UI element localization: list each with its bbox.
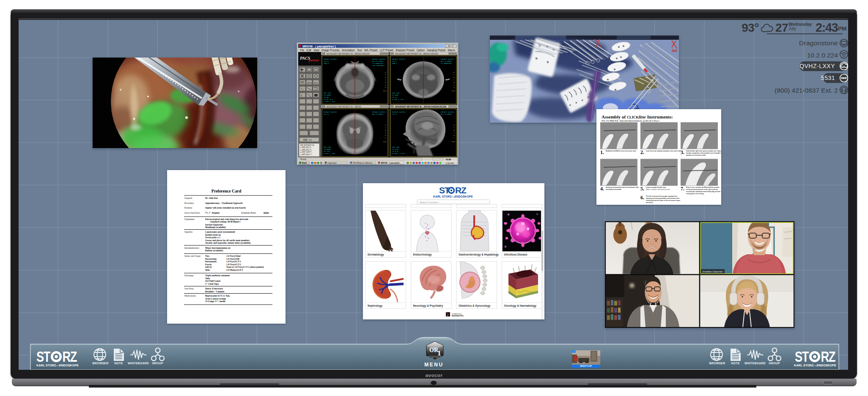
svg-text:Obstetrics & Gynecology: Obstetrics & Gynecology: [459, 304, 491, 308]
svg-text:St WOODSIDT: St WOODSIDT: [372, 63, 384, 64]
svg-text:magicJack: magicJack: [327, 162, 337, 164]
svg-text:Position:: Position:: [184, 206, 192, 209]
svg-text:1: 1: [437, 349, 441, 357]
svg-text:parallel to instrument shaft.: parallel to instrument shaft.: [686, 154, 706, 156]
svg-text:Start: Start: [302, 162, 307, 164]
svg-text:File Edit View Image Pro: File Edit View Image Process Annotation …: [300, 49, 456, 52]
svg-text:TE 14: TE 14: [392, 96, 398, 98]
svg-text:PACSPartner vRad do...: PACSPartner vRad do...: [353, 162, 374, 164]
svg-text:2-0 Vicryl Reel: 2-0 Vicryl Reel: [226, 255, 241, 257]
svg-text:opening and closing handle sev: opening and closing handle several times…: [646, 198, 679, 199]
svg-text:MR/Anl Marker!: MR/Anl Marker!: [324, 58, 338, 60]
svg-text:Betadine – 5 minute: Betadine – 5 minute: [205, 290, 225, 293]
svg-text:6.: 6.: [640, 195, 644, 201]
svg-text:Telfa: Telfa: [205, 277, 210, 280]
svg-text:NUM: NUM: [446, 158, 451, 161]
svg-text:Img 5: Img 5: [324, 63, 329, 64]
svg-text:Peritoneum:: Peritoneum:: [205, 260, 217, 263]
svg-text:5cm: 5cm: [383, 141, 387, 143]
svg-text:Oncology & Haematology: Oncology & Haematology: [504, 304, 537, 308]
svg-text:W 445 L 225: W 445 L 225: [392, 99, 404, 100]
svg-text:Right: Right: [264, 212, 269, 214]
svg-text:_ □ ×: _ □ ×: [445, 45, 452, 47]
svg-text:Medications:: Medications:: [184, 294, 196, 297]
svg-text:Bupivacaine 0.5% w/ Epi,: Bupivacaine 0.5% w/ Epi,: [205, 294, 230, 297]
svg-text:MR/Anl Marker!: MR/Anl Marker!: [392, 111, 407, 113]
svg-text:Suture and Usage:: Suture and Usage:: [184, 255, 201, 257]
svg-text:Start Prep:: Start Prep:: [184, 287, 194, 290]
svg-text:FoV 230: FoV 230: [324, 92, 331, 94]
svg-text:BIODIGITAL: BIODIGITAL: [452, 314, 464, 317]
svg-text:Headlamp (available): Headlamp (available): [205, 226, 226, 229]
svg-text:5.: 5.: [640, 186, 644, 192]
svg-text:Gastroenterology & Hepatology: Gastroenterology & Hepatology: [459, 253, 499, 256]
svg-text:KARL STORZ: KARL STORZ: [431, 357, 439, 359]
svg-text:rinsing port's luer fitting.: rinsing port's luer fitting.: [686, 193, 704, 195]
svg-text:Old >>: Old >>: [303, 138, 312, 141]
svg-text:WOODSIDT MR PATIENT W :: BRA: WOODSIDT MR PATIENT W :: BRAIN: [327, 106, 361, 108]
svg-text:2:54 PM: 2:54 PM: [446, 162, 454, 165]
svg-text:● MR AXL P...: ● MR AXL P...: [300, 149, 312, 151]
svg-text:TE 3.9: TE 3.9: [392, 151, 398, 152]
svg-text:Img 1: Img 1: [392, 63, 398, 64]
svg-text:TR 558: TR 558: [392, 94, 398, 96]
svg-text:Procedure:: Procedure:: [184, 202, 194, 204]
svg-text:Triple antibiotic ointment: Triple antibiotic ointment: [205, 274, 230, 277]
svg-text:MR/Anl Marker!: MR/Anl Marker!: [372, 111, 387, 113]
svg-text:Aerobic and anaerobic culture: Aerobic and anaerobic culture tubes (ava…: [205, 242, 250, 245]
svg-text:Srs 2: Srs 2: [392, 60, 398, 62]
svg-text:assembly into handle.: assembly into handle.: [606, 189, 622, 190]
svg-text:Infectious Disease: Infectious Disease: [504, 253, 528, 256]
svg-text:confirming that the jaws of th: confirming that the jaws of the instrume…: [646, 200, 680, 201]
svg-text:Srs 1: Srs 1: [392, 113, 398, 115]
svg-text:Acc P173037: Acc P173037: [372, 113, 384, 115]
svg-text:Nephrology: Nephrology: [368, 304, 382, 308]
svg-text:Ready: Ready: [300, 158, 307, 160]
svg-text:W 439 L 219: W 439 L 219: [324, 101, 335, 102]
svg-text:● MR COR T...: ● MR COR T...: [300, 151, 313, 153]
svg-text:1.: 1.: [600, 149, 604, 155]
svg-text:W 445 L 1.9a: W 445 L 1.9a: [392, 153, 404, 154]
svg-text:MR/Anl Marker!: MR/Anl Marker!: [441, 58, 455, 60]
svg-text:WOODSIDT MR PATIENT W :: BRA: WOODSIDT MR PATIENT W :: BRAIN HANGIN: [327, 53, 370, 55]
svg-text:Sub-Q:: Sub-Q:: [205, 266, 212, 268]
svg-text:Dominant Hand:: Dominant Hand:: [241, 212, 256, 214]
svg-text:WOODSIDT MR PATIENT W :: BRA: WOODSIDT MR PATIENT W :: BRAIN HANGIN: [395, 53, 438, 55]
svg-text:Fascia:: Fascia:: [205, 263, 212, 266]
svg-text:Search Content...: Search Content...: [420, 201, 440, 204]
svg-text:4x4 Fluff Gauze: 4x4 Fluff Gauze: [205, 280, 221, 282]
svg-text:5cm: 5cm: [452, 90, 455, 92]
svg-text:W 521 L 260: W 521 L 260: [324, 153, 335, 154]
svg-text:5cm: 5cm: [383, 90, 387, 92]
svg-text:Rod/dual CLICKline/ insert int: Rod/dual CLICKline/ insert into outer tu…: [606, 150, 636, 152]
svg-text:Endocrinology: Endocrinology: [413, 253, 432, 256]
svg-text:AVG: AVG: [307, 82, 313, 84]
svg-text:(Note: to outline click will b: (Note: to outline click will be heard.): [646, 189, 670, 190]
svg-text:Supplies:: Supplies:: [184, 231, 193, 233]
svg-text:TR 9000: TR 9000: [324, 148, 331, 150]
svg-text:2-0 Vicryl/CT-1: 2-0 Vicryl/CT-1: [226, 260, 241, 263]
svg-text:FoV 250: FoV 250: [392, 146, 399, 148]
svg-text:Hold handle right side up by m: Hold handle right side up by movable arm…: [686, 150, 721, 152]
svg-text:Acc P173037: Acc P173037: [441, 113, 452, 115]
svg-text:TR 4000: TR 4000: [324, 94, 331, 96]
svg-text:FoV 230: FoV 230: [324, 146, 331, 148]
svg-text:7½, 7 - Regular: 7½, 7 - Regular: [205, 212, 220, 214]
svg-text:Skin:: Skin:: [205, 269, 210, 271]
svg-text:Lock insert by rotating clockw: Lock insert by rotating clockwise into o…: [646, 150, 681, 152]
svg-text:MRIVW - ( pacspartn...: MRIVW - ( pacspartn...: [381, 162, 401, 164]
svg-text:Towel packs x 2: Towel packs x 2: [205, 236, 220, 239]
svg-text:and close.: and close.: [646, 202, 654, 204]
svg-text:4.: 4.: [600, 186, 604, 192]
svg-text:2.: 2.: [640, 149, 644, 155]
svg-text:Minor instrumentation set: Minor instrumentation set: [205, 247, 231, 249]
svg-text:Gently push proximal end of in: Gently push proximal end of insert/outer…: [606, 187, 639, 188]
svg-text:Standard setting: 40/40 Blend: Standard setting: 40/40 Blend 3: [210, 220, 241, 223]
svg-text:Lower movable handle ring.: Lower movable handle ring.: [646, 187, 666, 188]
svg-text:Jonathan Carpenter: Jonathan Carpenter: [702, 270, 723, 273]
svg-text:10 ml Control syringe: 10 ml Control syringe: [205, 297, 226, 300]
svg-text:Test the instrument for proper: Test the instrument for proper operation…: [646, 195, 677, 197]
svg-text:inserting the attached outer/s: inserting the attached outer/sealth plug…: [686, 191, 720, 192]
svg-text:25 Gauge 1½" needle: 25 Gauge 1½" needle: [205, 300, 226, 302]
svg-text:ST: ST: [36, 349, 50, 365]
